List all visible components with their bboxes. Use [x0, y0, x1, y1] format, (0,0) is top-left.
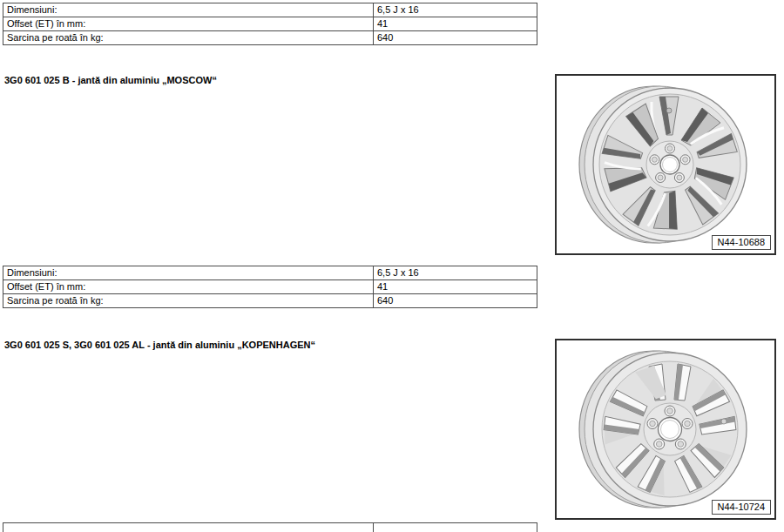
table-row: Offset (ET) în mm: 41 — [3, 17, 537, 31]
table-row: Dimensiuni: 6,5 J x 16 — [3, 3, 537, 17]
spec-value-dimensions: 6,5 J x 16 — [374, 3, 537, 17]
spec-label-load: Sarcina pe roată în kg: — [3, 31, 374, 45]
spec-label-load: Sarcina pe roată în kg: — [3, 294, 374, 308]
spec-table-3-partial — [3, 522, 537, 532]
spec-label-offset: Offset (ET) în mm: — [3, 280, 374, 294]
section-heading-moscow: 3G0 601 025 B - jantă din aluminiu „MOSC… — [4, 75, 217, 85]
spec-label-dimensions: Dimensiuni: — [3, 266, 374, 280]
spec-value-offset: 41 — [374, 280, 537, 294]
alloy-wheel-kopenhagen-illustration — [557, 340, 774, 518]
spec-value-cutoff — [374, 523, 537, 532]
figure-label: N44-10724 — [712, 500, 771, 515]
figure-label: N44-10688 — [712, 235, 771, 250]
spec-value-load: 640 — [374, 31, 537, 45]
spec-value-dimensions: 6,5 J x 16 — [374, 266, 537, 280]
table-row: Sarcina pe roată în kg: 640 — [3, 31, 537, 45]
table-row — [3, 523, 537, 532]
alloy-wheel-moscow-illustration — [557, 76, 774, 253]
section-heading-kopenhagen: 3G0 601 025 S, 3G0 601 025 AL - jantă di… — [4, 340, 315, 350]
figure-moscow: N44-10688 — [555, 74, 776, 255]
table-row: Sarcina pe roată în kg: 640 — [3, 294, 537, 308]
spec-value-offset: 41 — [374, 17, 537, 31]
spec-table-2: Dimensiuni: 6,5 J x 16 Offset (ET) în mm… — [3, 266, 537, 308]
spec-label-cutoff — [3, 523, 374, 532]
figure-kopenhagen: N44-10724 — [555, 339, 776, 520]
spec-label-offset: Offset (ET) în mm: — [3, 17, 374, 31]
table-row: Dimensiuni: 6,5 J x 16 — [3, 266, 537, 280]
spec-value-load: 640 — [374, 294, 537, 308]
table-row: Offset (ET) în mm: 41 — [3, 280, 537, 294]
manual-page: { "tables": [ { "rows": [ { "label": "Di… — [0, 0, 784, 532]
spec-label-dimensions: Dimensiuni: — [3, 3, 374, 17]
spec-table-1: Dimensiuni: 6,5 J x 16 Offset (ET) în mm… — [3, 3, 537, 45]
